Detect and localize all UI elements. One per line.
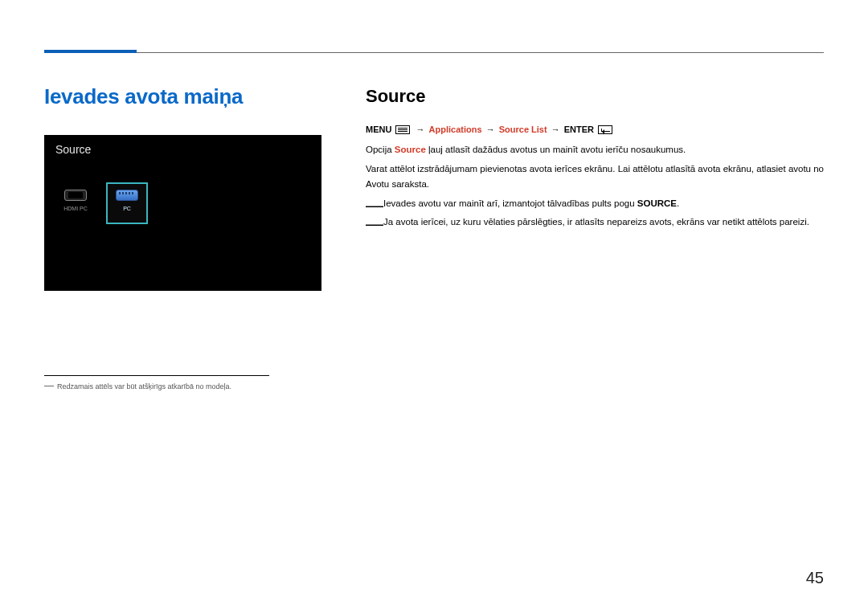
top-accent-bar	[44, 50, 137, 53]
left-column: Ievades avota maiņa Source HDMI PC PC ―R…	[44, 84, 321, 390]
nav-source-list-label: Source List	[499, 125, 547, 134]
nav-menu-label: MENU	[366, 125, 391, 134]
footnote-text: Redzamais attēls var būt atšķirīgs atkar…	[57, 382, 231, 390]
screenshot-title: Source	[55, 143, 91, 156]
note-1: ― Ievades avotu var mainīt arī, izmantoj…	[366, 196, 824, 210]
vga-icon	[116, 190, 138, 201]
section-heading: Source	[366, 86, 824, 107]
page-number: 45	[806, 569, 824, 587]
arrow-icon: →	[486, 125, 495, 134]
source-tile-hdmi-pc[interactable]: HDMI PC	[55, 183, 96, 223]
arrow-icon: →	[416, 125, 425, 134]
right-column: Source MENU → Applications → Source List…	[366, 84, 824, 390]
footnote-divider	[44, 375, 269, 376]
source-tile-label: HDMI PC	[63, 206, 88, 212]
arrow-icon: →	[551, 125, 560, 134]
menu-path: MENU → Applications → Source List → ENTE…	[366, 125, 824, 134]
page-content: Ievades avota maiņa Source HDMI PC PC ―R…	[0, 0, 868, 390]
source-tile-pc[interactable]: PC	[107, 183, 147, 223]
source-tile-label: PC	[123, 206, 131, 212]
enter-icon	[598, 125, 612, 134]
source-tile-row: HDMI PC PC	[55, 183, 147, 223]
footnote: ―Redzamais attēls var būt atšķirīgs atka…	[44, 382, 321, 390]
menu-icon	[395, 125, 410, 134]
source-keyword: Source	[395, 145, 426, 154]
dash-icon: ―	[366, 210, 383, 238]
source-button-label: SOURCE	[637, 198, 677, 208]
top-divider	[137, 52, 824, 53]
nav-enter-label: ENTER	[564, 125, 594, 134]
hdmi-icon	[64, 190, 87, 201]
nav-applications-label: Applications	[429, 125, 482, 134]
paragraph-1: Opcija Source ļauj atlasīt dažādus avotu…	[366, 142, 824, 157]
tv-screenshot: Source HDMI PC PC	[44, 135, 321, 291]
dash-icon: ―	[44, 382, 54, 390]
chapter-heading: Ievades avota maiņa	[44, 84, 321, 109]
note-2: ― Ja avota ierīcei, uz kuru vēlaties pār…	[366, 215, 824, 229]
paragraph-2: Varat attēlot izstrādājumam pievienotas …	[366, 161, 824, 191]
